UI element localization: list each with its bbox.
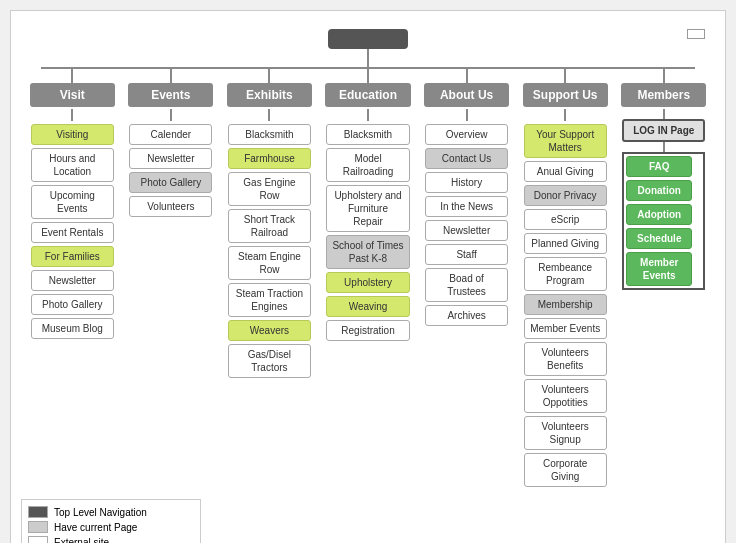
legend-label: Have current Page	[54, 522, 137, 533]
column-visit: VisitVisitingHours and LocationUpcoming …	[25, 69, 120, 339]
node-gas-disel-tractors[interactable]: Gas/Disel Tractors	[228, 344, 311, 378]
home-node[interactable]	[328, 29, 408, 49]
top-row	[21, 21, 715, 49]
node-escrip[interactable]: eScrip	[524, 209, 607, 230]
node-your-support-matters[interactable]: Your Support Matters	[524, 124, 607, 158]
node-boad-of-trustees[interactable]: Boad of Trustees	[425, 268, 508, 302]
section-header-visit[interactable]: Visit	[30, 83, 115, 107]
node-museum-blog[interactable]: Museum Blog	[31, 318, 114, 339]
node-steam-engine-row[interactable]: Steam Engine Row	[228, 246, 311, 280]
column-education: EducationBlacksmithModel RailroadingUpho…	[321, 69, 416, 341]
node-short-track-railroad[interactable]: Short Track Railroad	[228, 209, 311, 243]
legend-item: Top Level Navigation	[28, 506, 194, 518]
connector-vline	[663, 109, 665, 119]
node-volunteers-oppotities[interactable]: Volunteers Oppotities	[524, 379, 607, 413]
node-staff[interactable]: Staff	[425, 244, 508, 265]
node-weaving[interactable]: Weaving	[326, 296, 409, 317]
node-steam-traction-engines[interactable]: Steam Traction Engines	[228, 283, 311, 317]
node-visiting[interactable]: Visiting	[31, 124, 114, 145]
node-upholstery-and-furniture-repair[interactable]: Upholstery and Furniture Repair	[326, 185, 409, 232]
node-corporate-giving[interactable]: Corporate Giving	[524, 453, 607, 487]
section-header-events[interactable]: Events	[128, 83, 213, 107]
node-gas-engine-row[interactable]: Gas Engine Row	[228, 172, 311, 206]
node-weavers[interactable]: Weavers	[228, 320, 311, 341]
column-exhibits: ExhibitsBlacksmithFarmhouseGas Engine Ro…	[222, 69, 317, 378]
legend: Top Level NavigationHave current PageExt…	[21, 499, 201, 543]
node-hours-and-location[interactable]: Hours and Location	[31, 148, 114, 182]
children-education: BlacksmithModel RailroadingUpholstery an…	[321, 109, 416, 341]
legend-label: External site	[54, 537, 109, 544]
node-event-rentals[interactable]: Event Rentals	[31, 222, 114, 243]
section-header-education[interactable]: Education	[325, 83, 410, 107]
node-blacksmith[interactable]: Blacksmith	[228, 124, 311, 145]
node-newsletter[interactable]: Newsletter	[31, 270, 114, 291]
children-events: CalenderNewsletterPhoto GalleryVolunteer…	[124, 109, 219, 217]
node-volunteers-benefits[interactable]: Volunteers Benefits	[524, 342, 607, 376]
column-aboutus: About UsOverviewContact UsHistoryIn the …	[419, 69, 514, 326]
col-vline-top	[663, 69, 665, 83]
node-faq[interactable]: FAQ	[626, 156, 692, 177]
node-contact-us[interactable]: Contact Us	[425, 148, 508, 169]
node-volunteers-signup[interactable]: Volunteers Signup	[524, 416, 607, 450]
node-volunteers[interactable]: Volunteers	[129, 196, 212, 217]
node-anual-giving[interactable]: Anual Giving	[524, 161, 607, 182]
children-aboutus: OverviewContact UsHistoryIn the NewsNews…	[419, 109, 514, 326]
col-vline-top	[71, 69, 73, 83]
connector-vline	[663, 142, 665, 152]
members-green-box: FAQDonationAdoptionScheduleMember Events	[622, 152, 705, 290]
node-rembeance-program[interactable]: Rembeance Program	[524, 257, 607, 291]
node-member-events[interactable]: Member Events	[524, 318, 607, 339]
node-history[interactable]: History	[425, 172, 508, 193]
node-archives[interactable]: Archives	[425, 305, 508, 326]
node-donor-privacy[interactable]: Donor Privacy	[524, 185, 607, 206]
legend-color-box	[28, 536, 48, 543]
column-events: EventsCalenderNewsletterPhoto GalleryVol…	[124, 69, 219, 217]
node-calender[interactable]: Calender	[129, 124, 212, 145]
node-donation[interactable]: Donation	[626, 180, 692, 201]
social-links[interactable]	[687, 29, 705, 39]
node-member-events[interactable]: Member Events	[626, 252, 692, 286]
node-school-of-times-past-k-8[interactable]: School of Times Past K-8	[326, 235, 409, 269]
node-registration[interactable]: Registration	[326, 320, 409, 341]
node-overview[interactable]: Overview	[425, 124, 508, 145]
node-photo-gallery[interactable]: Photo Gallery	[129, 172, 212, 193]
login-node[interactable]: LOG IN Page	[622, 119, 705, 142]
children-visit: VisitingHours and LocationUpcoming Event…	[25, 109, 120, 339]
node-newsletter[interactable]: Newsletter	[425, 220, 508, 241]
section-header-members[interactable]: Members	[621, 83, 706, 107]
node-photo-gallery[interactable]: Photo Gallery	[31, 294, 114, 315]
node-blacksmith[interactable]: Blacksmith	[326, 124, 409, 145]
legend-label: Top Level Navigation	[54, 507, 147, 518]
node-newsletter[interactable]: Newsletter	[129, 148, 212, 169]
section-header-exhibits[interactable]: Exhibits	[227, 83, 312, 107]
node-upholstery[interactable]: Upholstery	[326, 272, 409, 293]
children-supportus: Your Support MattersAnual GivingDonor Pr…	[518, 109, 613, 487]
children-exhibits: BlacksmithFarmhouseGas Engine RowShort T…	[222, 109, 317, 378]
node-membership[interactable]: Membership	[524, 294, 607, 315]
col-vline-top	[367, 69, 369, 83]
node-schedule[interactable]: Schedule	[626, 228, 692, 249]
legend-item: External site	[28, 536, 194, 543]
col-vline-top	[268, 69, 270, 83]
node-in-the-news[interactable]: In the News	[425, 196, 508, 217]
legend-item: Have current Page	[28, 521, 194, 533]
legend-color-box	[28, 506, 48, 518]
column-supportus: Support UsYour Support MattersAnual Givi…	[518, 69, 613, 487]
section-header-aboutus[interactable]: About Us	[424, 83, 509, 107]
node-farmhouse[interactable]: Farmhouse	[228, 148, 311, 169]
legend-color-box	[28, 521, 48, 533]
columns: VisitVisitingHours and LocationUpcoming …	[21, 69, 715, 487]
sitemap-container: VisitVisitingHours and LocationUpcoming …	[10, 10, 726, 543]
node-upcoming-events[interactable]: Upcoming Events	[31, 185, 114, 219]
node-planned-giving[interactable]: Planned Giving	[524, 233, 607, 254]
section-header-supportus[interactable]: Support Us	[523, 83, 608, 107]
col-vline-top	[466, 69, 468, 83]
col-vline-top	[564, 69, 566, 83]
node-for-families[interactable]: For Families	[31, 246, 114, 267]
node-model-railroading[interactable]: Model Railroading	[326, 148, 409, 182]
home-vline	[21, 49, 715, 67]
col-vline-top	[170, 69, 172, 83]
node-adoption[interactable]: Adoption	[626, 204, 692, 225]
column-members: MembersLOG IN PageFAQDonationAdoptionSch…	[616, 69, 711, 290]
